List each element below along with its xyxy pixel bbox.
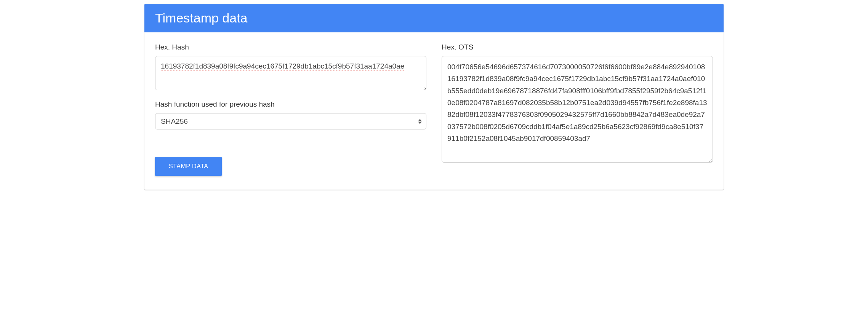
stamp-button-wrapper: STAMP DATA	[155, 157, 426, 176]
left-column: Hex. Hash 16193782f1d839a08f9fc9a94cec16…	[155, 43, 426, 176]
hex-hash-label: Hex. Hash	[155, 43, 426, 51]
hash-function-select-wrapper: SHA256	[155, 113, 426, 129]
right-column: Hex. OTS 004f70656e54696d657374616d70730…	[442, 43, 713, 176]
stamp-data-button[interactable]: STAMP DATA	[155, 157, 222, 176]
card-header: Timestamp data	[144, 4, 724, 32]
hex-ots-label: Hex. OTS	[442, 43, 713, 51]
card-body: Hex. Hash 16193782f1d839a08f9fc9a94cec16…	[144, 32, 724, 190]
hash-function-label: Hash function used for previous hash	[155, 100, 426, 109]
card-title: Timestamp data	[155, 11, 248, 25]
timestamp-card: Timestamp data Hex. Hash 16193782f1d839a…	[144, 4, 724, 190]
hex-ots-output[interactable]: 004f70656e54696d657374616d7073000050726f…	[442, 56, 713, 163]
hash-function-select[interactable]: SHA256	[155, 113, 426, 129]
hex-hash-input[interactable]: 16193782f1d839a08f9fc9a94cec1675f1729db1…	[155, 56, 426, 90]
